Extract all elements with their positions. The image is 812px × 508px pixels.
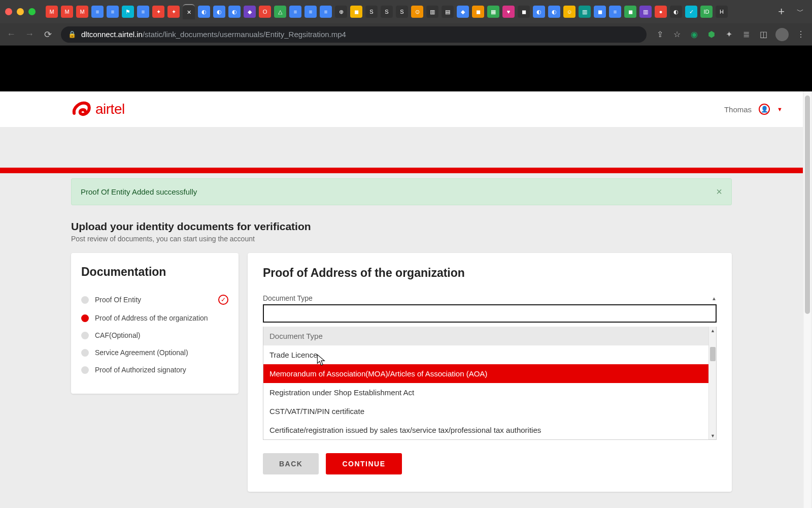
step-service-agreement[interactable]: Service Agreement (Optional) <box>81 344 228 361</box>
form-buttons: BACK CONTINUE <box>263 453 717 474</box>
brand-logo[interactable]: airtel <box>71 99 125 119</box>
tab-icon[interactable]: ◼ <box>624 6 636 18</box>
tab-icon[interactable]: ◐ <box>670 6 682 18</box>
dropdown-option[interactable]: Trade Licence <box>263 345 716 364</box>
tab-icon[interactable]: ▤ <box>442 6 454 18</box>
tab-icon[interactable]: ≡ <box>137 6 149 18</box>
tabs-overflow-icon[interactable]: ﹀ <box>794 7 807 16</box>
tab-icon[interactable]: ✦ <box>167 6 180 18</box>
window-fullscreen-icon[interactable] <box>28 8 36 15</box>
toolbar-right-icons: ⇪ ☆ ◉ ⬢ ✦ ≣ ◫ ⋮ <box>655 28 806 41</box>
tab-icon[interactable]: ≡ <box>320 6 332 18</box>
tab-icon[interactable]: ID <box>700 6 713 18</box>
scrollbar-thumb[interactable] <box>710 347 716 361</box>
tab-icon[interactable]: ▥ <box>579 6 591 18</box>
tab-icon[interactable]: ◆ <box>244 6 256 18</box>
window-minimize-icon[interactable] <box>17 8 24 15</box>
tab-icon[interactable]: ≡ <box>107 6 119 18</box>
tab-icon[interactable]: ◐ <box>213 6 225 18</box>
step-dot-icon <box>81 332 89 339</box>
tab-icon[interactable]: ◆ <box>457 6 469 18</box>
tab-icon[interactable]: S <box>396 6 408 18</box>
dropdown-scrollbar[interactable]: ▲ ▼ <box>708 327 716 439</box>
tab-icon[interactable]: ● <box>655 6 667 18</box>
tab-icon[interactable]: ✦ <box>152 6 164 18</box>
tab-icon[interactable]: ⊕ <box>335 6 347 18</box>
tab-icon[interactable]: S <box>381 6 393 18</box>
tab-icon[interactable]: ⊙ <box>411 6 423 18</box>
tab-icon[interactable]: ♥ <box>502 6 515 18</box>
dropdown-option[interactable]: Registration under Shop Establishment Ac… <box>263 383 716 402</box>
tab-icon[interactable]: ◐ <box>228 6 241 18</box>
header-username: Thomas <box>724 105 752 114</box>
step-authorized-signatory[interactable]: Proof of Authorized signatory <box>81 361 228 378</box>
tab-icon[interactable]: △ <box>274 6 286 18</box>
page-scrollbar[interactable] <box>804 91 811 508</box>
user-avatar-icon: 👤 <box>759 104 770 115</box>
reading-list-icon[interactable]: ≣ <box>741 29 751 39</box>
reload-icon[interactable]: ⟳ <box>43 29 53 40</box>
forward-icon[interactable]: → <box>24 29 35 40</box>
tab-icon[interactable]: ◐ <box>533 6 545 18</box>
page-scrollbar-thumb[interactable] <box>805 96 810 314</box>
continue-button[interactable]: CONTINUE <box>326 453 401 474</box>
tab-icon[interactable]: ◼ <box>594 6 606 18</box>
tab-icon[interactable]: ◼ <box>472 6 484 18</box>
header-user-menu[interactable]: Thomas 👤 ▼ <box>724 104 783 115</box>
address-bar[interactable]: 🔒 dltconnect.airtel.in/static/link_docum… <box>61 26 647 43</box>
tab-icon[interactable]: O <box>259 6 271 18</box>
alert-close-icon[interactable]: × <box>716 186 722 198</box>
tab-icon[interactable]: ◼ <box>350 6 362 18</box>
tab-icon[interactable]: ▥ <box>639 6 652 18</box>
tab-icon-active[interactable]: ✕ <box>183 4 195 19</box>
dropdown-option-placeholder[interactable]: Document Type <box>263 327 716 345</box>
step-proof-of-entity[interactable]: Proof Of Entity ✓ <box>81 290 228 309</box>
tab-icon[interactable]: ✓ <box>685 6 697 18</box>
dropdown-option[interactable]: Certificate/registration issued by sales… <box>263 421 716 439</box>
back-button[interactable]: BACK <box>263 453 319 474</box>
new-tab-button[interactable]: + <box>773 5 790 18</box>
scroll-up-arrow-icon[interactable]: ▲ <box>709 327 717 334</box>
share-icon[interactable]: ⇪ <box>655 29 665 39</box>
step-proof-of-address[interactable]: Proof of Address of the organization <box>81 309 228 327</box>
sidebar-heading: Documentation <box>81 265 228 279</box>
tab-icon[interactable]: M <box>46 6 58 18</box>
tab-icon[interactable]: ≡ <box>91 6 104 18</box>
dropdown-option[interactable]: CST/VAT/TIN/PIN certificate <box>263 402 716 421</box>
tab-icon[interactable]: H <box>716 6 728 18</box>
tab-icon[interactable]: ≡ <box>289 6 301 18</box>
window-close-icon[interactable] <box>5 8 12 15</box>
step-dot-icon <box>81 296 89 304</box>
chrome-menu-icon[interactable]: ⋮ <box>796 29 806 39</box>
tab-icon[interactable]: S <box>365 6 378 18</box>
page-viewport: airtel Thomas 👤 ▼ Proof Of Entity Added … <box>0 91 812 508</box>
tab-icon[interactable]: ▦ <box>487 6 499 18</box>
tab-icon[interactable]: ☺ <box>563 6 576 18</box>
tab-icon[interactable]: ◐ <box>198 6 210 18</box>
scroll-down-arrow-icon[interactable]: ▼ <box>709 432 717 439</box>
tab-icon[interactable]: ◼ <box>518 6 530 18</box>
browser-chrome: M M M ≡ ≡ ⚑ ≡ ✦ ✦ ✕ ◐ ◐ ◐ ◆ O △ ≡ ≡ ≡ ⊕ … <box>0 0 812 46</box>
step-caf[interactable]: CAF(Optional) <box>81 327 228 344</box>
dropdown-option-highlighted[interactable]: Memorandum of Association(MOA)/Articles … <box>263 364 716 383</box>
tab-icon[interactable]: ≡ <box>609 6 621 18</box>
document-type-search-input[interactable] <box>263 304 717 323</box>
bookmark-star-icon[interactable]: ☆ <box>672 29 682 39</box>
profile-avatar-icon[interactable] <box>775 28 789 41</box>
back-icon[interactable]: ← <box>6 29 16 40</box>
lock-icon: 🔒 <box>68 30 76 38</box>
extensions-puzzle-icon[interactable]: ✦ <box>724 29 734 39</box>
caret-up-icon[interactable]: ▲ <box>712 296 717 301</box>
card-heading: Proof of Address of the organization <box>263 266 717 280</box>
extension-grammarly-icon[interactable]: ◉ <box>689 29 699 39</box>
tab-icon[interactable]: ⚑ <box>122 6 134 18</box>
tab-icon[interactable]: ▥ <box>426 6 438 18</box>
url-domain: dltconnect.airtel.in <box>81 30 143 39</box>
extension-icon[interactable]: ⬢ <box>706 29 717 39</box>
sidepanel-icon[interactable]: ◫ <box>758 29 768 39</box>
tab-icon[interactable]: ≡ <box>304 6 317 18</box>
tab-icon[interactable]: ◐ <box>548 6 560 18</box>
step-label: Proof of Authorized signatory <box>95 366 186 374</box>
tab-icon[interactable]: M <box>61 6 73 18</box>
tab-icon[interactable]: M <box>76 6 88 18</box>
